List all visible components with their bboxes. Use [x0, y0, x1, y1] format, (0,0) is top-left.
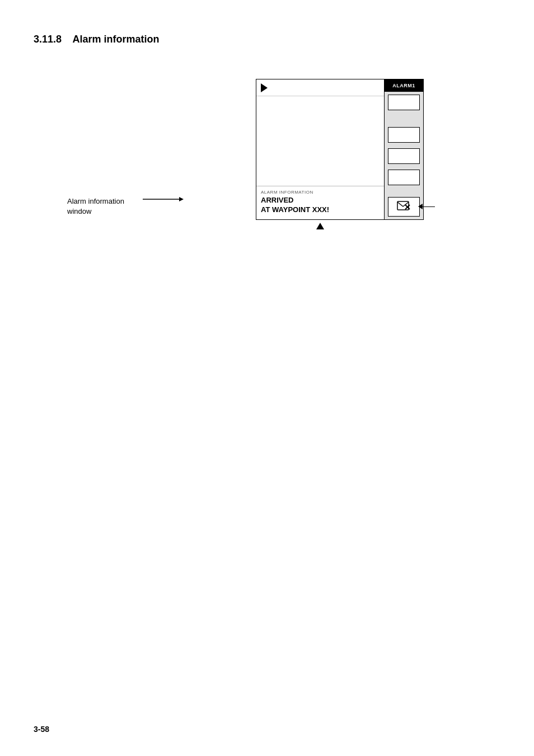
diagram-area: Alarm information window ALARM INFORMATI… [34, 79, 500, 220]
main-screen: ALARM INFORMATION ARRIVED AT WAYPOINT XX… [256, 79, 385, 220]
screen-body [256, 96, 384, 186]
sidebar-gap [385, 188, 423, 194]
sidebar-button-4[interactable] [388, 170, 420, 185]
alarm-info-section: ALARM INFORMATION ARRIVED AT WAYPOINT XX… [256, 186, 384, 219]
svg-marker-6 [179, 197, 184, 201]
arrived-line1: ARRIVED [261, 196, 380, 205]
ack-icon [397, 200, 411, 213]
page-number: 3-58 [34, 725, 49, 734]
device-mockup: ALARM INFORMATION ARRIVED AT WAYPOINT XX… [256, 79, 424, 220]
right-arrow-indicator [418, 204, 435, 209]
arrow-line [423, 206, 435, 208]
arrived-line2: AT WAYPOINT XXX! [261, 205, 380, 215]
section-heading: 3.11.8 Alarm information [34, 34, 500, 45]
section-title: Alarm information [72, 34, 159, 45]
label-line1: Alarm information [67, 196, 124, 206]
alarm-arrived-text: ARRIVED AT WAYPOINT XXX! [261, 196, 380, 215]
section-number: 3.11.8 [34, 34, 62, 45]
right-sidebar: ALARM1 [385, 79, 424, 220]
screen-top-bar [256, 79, 384, 96]
svg-rect-0 [397, 201, 409, 210]
alarm1-button[interactable]: ALARM1 [385, 79, 423, 92]
sidebar-button-2[interactable] [388, 127, 420, 143]
page-content: 3.11.8 Alarm information Alarm informati… [0, 0, 534, 253]
annotation-arrow [143, 194, 188, 205]
sidebar-spacer-1 [385, 113, 423, 124]
alarm-info-label: ALARM INFORMATION [261, 190, 380, 195]
sidebar-button-3[interactable] [388, 148, 420, 164]
up-arrow-indicator [316, 223, 324, 229]
label-line2: window [67, 206, 124, 217]
sidebar-button-1[interactable] [388, 95, 420, 110]
ack-button[interactable] [388, 197, 420, 217]
play-icon [261, 83, 268, 92]
arrow-head [418, 204, 423, 209]
annotation-label: Alarm information window [67, 196, 124, 217]
